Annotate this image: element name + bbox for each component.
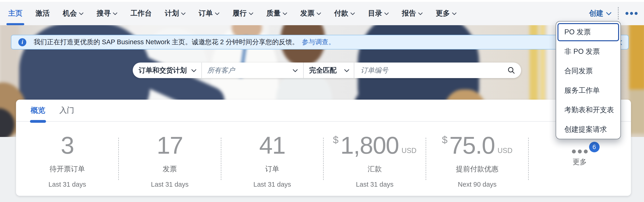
stat-period: Last 31 days (221, 181, 324, 188)
stat-unit: USD (498, 147, 512, 154)
stat-value: 75.0 (450, 133, 495, 157)
nav-item-3[interactable]: 搜寻 (96, 1, 118, 25)
match-mode-select[interactable]: 完全匹配 (304, 63, 354, 78)
chevron-down-icon (344, 69, 349, 72)
chevron-down-icon (418, 12, 423, 15)
nav-item-1[interactable]: 激活 (36, 1, 50, 25)
chevron-down-icon (293, 69, 298, 72)
create-button[interactable]: 创建 (589, 9, 612, 18)
menu-item-1[interactable]: 非 PO 发票 (556, 42, 620, 61)
nav-divider (618, 7, 618, 20)
stat-period: Next 90 days (426, 181, 528, 188)
nav-item-8[interactable]: 质量 (266, 1, 287, 25)
more-badge: 6 (589, 142, 600, 152)
stat-currency: $ (333, 135, 338, 145)
stat-label: 待开票订单 (16, 164, 118, 174)
stat-item: 41 订单 Last 31 days (221, 122, 324, 196)
nav-item-0[interactable]: 主页 (8, 1, 22, 25)
stat-unit: USD (402, 147, 416, 154)
tab-overview[interactable]: 概览 (31, 100, 45, 121)
more-dots-icon[interactable]: 6 (572, 149, 588, 153)
info-icon: i (18, 38, 26, 46)
doc-type-value: 订单和交货计划 (139, 66, 187, 75)
customer-filter-value: 所有客户 (207, 66, 235, 75)
nav-item-4[interactable]: 工作台 (130, 1, 152, 25)
chevron-down-icon (384, 12, 389, 15)
info-banner: i 我们正在打造更优质的 SAP Business Network 主页。诚邀您… (11, 35, 629, 50)
create-button-label: 创建 (589, 9, 603, 18)
nav-right-actions: 创建 (589, 7, 638, 20)
match-mode-value: 完全匹配 (309, 66, 337, 75)
stat-period: Last 31 days (16, 181, 118, 188)
chevron-down-icon (316, 12, 321, 15)
nav-item-2[interactable]: 机会 (63, 1, 84, 25)
stat-label: 更多 (528, 157, 631, 167)
stat-item: 3 待开票订单 Last 31 days (16, 122, 118, 196)
overview-card: 概览 入门 3 待开票订单 Last 31 days 17 发票 Last 31… (16, 100, 631, 196)
stat-label: 汇款 (323, 164, 426, 174)
tab-bar: 概览 入门 (16, 100, 631, 122)
overflow-menu-icon[interactable] (625, 10, 638, 17)
chevron-down-icon (215, 12, 220, 15)
create-menu: PO 发票 非 PO 发票 合同发票 服务工作单 考勤表和开支表 创建提案请求 (556, 21, 621, 139)
top-nav-bar: 主页 激活 机会 搜寻 工作台 计划 订单 履行 质量 (0, 0, 644, 25)
page: 主页 激活 机会 搜寻 工作台 计划 订单 履行 质量 (0, 0, 644, 202)
stat-value: 41 (259, 133, 286, 157)
stat-value: 1,800 (340, 133, 399, 157)
stat-label: 发票 (118, 164, 221, 174)
nav-item-5[interactable]: 计划 (165, 1, 186, 25)
nav-item-6[interactable]: 订单 (199, 1, 220, 25)
chevron-down-icon (283, 12, 287, 15)
survey-link[interactable]: 参与调查。 (302, 38, 335, 47)
stats-row: 3 待开票订单 Last 31 days 17 发票 Last 31 days … (16, 122, 631, 196)
tab-getting-started-label: 入门 (60, 105, 74, 115)
chevron-down-icon (249, 12, 253, 15)
order-number-field (354, 63, 521, 78)
stat-currency: $ (442, 135, 448, 145)
menu-item-2[interactable]: 合同发票 (556, 61, 620, 81)
tab-overview-label: 概览 (31, 105, 45, 115)
stat-period: Last 31 days (118, 181, 221, 188)
search-bar: 订单和交货计划 所有客户 完全匹配 (133, 63, 521, 78)
nav-item-11[interactable]: 目录 (368, 1, 389, 25)
nav-item-9[interactable]: 发票 (300, 1, 321, 25)
nav-item-7[interactable]: 履行 (232, 1, 253, 25)
chevron-down-icon (350, 12, 355, 15)
chevron-down-icon (113, 12, 118, 15)
nav-item-12[interactable]: 报告 (402, 1, 423, 25)
nav-item-13[interactable]: 更多 (436, 1, 456, 25)
customer-filter-select[interactable]: 所有客户 (202, 63, 304, 78)
chevron-down-icon (606, 12, 612, 15)
stat-value: 17 (157, 133, 183, 157)
banner-message: 我们正在打造更优质的 SAP Business Network 主页。诚邀您花 … (34, 38, 299, 47)
stat-period: Last 31 days (323, 181, 426, 188)
stat-label: 提前付款优惠 (426, 164, 528, 174)
menu-item-3[interactable]: 服务工作单 (556, 81, 620, 100)
nav-item-10[interactable]: 付款 (334, 1, 355, 25)
chevron-down-icon (452, 12, 456, 15)
stat-item: 17 发票 Last 31 days (118, 122, 221, 196)
menu-item-0[interactable]: PO 发票 (556, 22, 620, 42)
stat-item: $ 75.0 USD 提前付款优惠 Next 90 days (426, 122, 528, 196)
stat-value: 3 (61, 133, 74, 157)
tab-getting-started[interactable]: 入门 (60, 100, 74, 121)
stat-label: 订单 (221, 164, 324, 174)
stat-item: $ 1,800 USD 汇款 Last 31 days (323, 122, 426, 196)
menu-item-4[interactable]: 考勤表和开支表 (556, 100, 620, 120)
chevron-down-icon (79, 12, 84, 15)
chevron-down-icon (191, 69, 196, 72)
nav-items: 主页 激活 机会 搜寻 工作台 计划 订单 履行 质量 (8, 1, 456, 25)
menu-item-5[interactable]: 创建提案请求 (556, 120, 620, 139)
search-icon[interactable] (507, 66, 515, 74)
chevron-down-icon (181, 12, 186, 15)
order-number-input[interactable] (360, 66, 504, 74)
doc-type-select[interactable]: 订单和交货计划 (133, 63, 202, 78)
